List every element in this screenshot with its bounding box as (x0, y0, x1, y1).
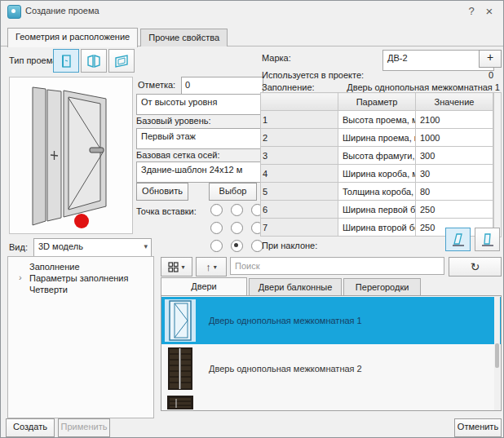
row-num: 5 (261, 183, 338, 201)
row-value[interactable]: 2100 (416, 111, 493, 129)
update-button[interactable]: Обновить (136, 183, 188, 201)
row-num: 6 (261, 201, 338, 219)
create-button[interactable]: Создать (6, 418, 55, 437)
titlebar: Создание проема ? × (1, 1, 503, 22)
row-num: 1 (261, 111, 338, 129)
apply-button[interactable]: Применить (58, 418, 110, 437)
wide-opening-icon (113, 53, 130, 69)
base-grid-label: Базовая сетка осей: (136, 150, 220, 160)
cancel-button[interactable]: Отменить (454, 418, 502, 437)
row-num: 7 (261, 219, 338, 237)
refresh-button[interactable]: ↻ (449, 257, 502, 277)
tilt-option-1-button[interactable] (445, 228, 471, 251)
insertion-point-radio-bottom-left[interactable] (210, 240, 223, 252)
refresh-icon: ↻ (471, 260, 480, 273)
window-title: Создание проема (25, 6, 99, 15)
scrollbar-thumb[interactable] (495, 343, 499, 368)
table-row[interactable]: 1 Высота проема, мм 2100 (261, 111, 493, 129)
library-tabstrip: Двери Двери балконные Перегородки Проемы… (161, 277, 503, 296)
elevation-label: Отметка: (138, 80, 175, 90)
row-param: Высота проема, мм (338, 111, 416, 129)
row-num: 2 (261, 129, 338, 147)
door-preview-panel (9, 77, 133, 234)
dialog-tabstrip: Геометрия и расположение Прочие свойства (1, 28, 503, 46)
door-2-thumbnail (165, 347, 196, 391)
tilt-label: При наклоне: (262, 241, 317, 250)
row-value[interactable]: 250 (416, 201, 493, 219)
tree-item-quarters[interactable]: Четверти (8, 284, 153, 295)
tab-geometry-placement[interactable]: Геометрия и расположение (7, 28, 138, 47)
row-value[interactable]: 300 (416, 147, 493, 165)
insertion-point-radio-mid-center[interactable] (231, 222, 243, 234)
insertion-point-radio-top-left[interactable] (210, 204, 223, 216)
insertion-point-radio-mid-left[interactable] (210, 222, 223, 234)
row-num: 3 (261, 147, 338, 165)
header-num (261, 93, 338, 111)
row-value[interactable]: 1000 (416, 129, 493, 147)
list-item-door-3-partial[interactable] (161, 393, 501, 409)
row-param: Ширина проема, мм (338, 129, 416, 147)
row-param: Ширина первой боковой панели, мм (338, 201, 416, 219)
tree-item-infill[interactable]: Заполнение (8, 261, 153, 272)
list-item-door-2[interactable]: Дверь однопольная межкомнатная 2 (161, 344, 501, 393)
view-label: Вид: (9, 242, 28, 252)
view-mode-splitbutton[interactable]: ▾ (161, 257, 192, 277)
list-scrollbar[interactable] (494, 296, 500, 410)
mark-combobox-value: ДВ-2 (387, 53, 408, 63)
expander-icon[interactable]: › (19, 272, 22, 282)
door-3d-preview (10, 77, 130, 232)
row-num: 4 (261, 165, 338, 183)
opening-type-double-button[interactable] (81, 49, 107, 73)
list-item-label: Дверь однопольная межкомнатная 2 (209, 364, 362, 374)
used-in-project-value: 0 (458, 70, 493, 80)
header-parameter: Параметр (338, 93, 416, 111)
insertion-point-radio-bottom-center[interactable] (231, 240, 243, 252)
tab-other-properties[interactable]: Прочие свойства (140, 29, 228, 46)
grid-view-icon (168, 262, 179, 272)
opening-type-wide-button[interactable] (108, 49, 135, 73)
base-level-combobox[interactable]: Первый этаж ▾ (136, 128, 276, 149)
elevation-mode-combobox[interactable]: От высоты уровня ▾ (136, 94, 276, 115)
table-row[interactable]: 4 Ширина короба, мм 30 (261, 165, 493, 183)
opening-type-single-button[interactable] (53, 49, 79, 73)
view-combobox-value: 3D модель (38, 241, 83, 251)
insertion-point-label: Точка вставки: (136, 206, 197, 216)
insertion-point-dot (74, 214, 89, 228)
single-door-icon (58, 53, 74, 69)
search-input[interactable] (230, 257, 444, 275)
double-door-icon (86, 53, 102, 69)
library-tab-partitions[interactable]: Перегородки (343, 278, 421, 297)
parameters-table: Параметр Значение 1 Высота проема, мм 21… (260, 92, 493, 237)
library-tab-doors[interactable]: Двери (161, 277, 247, 297)
list-item-label: Дверь однопольная межкомнатная 1 (209, 316, 362, 325)
row-param: Ширина второй боковой панели, мм (338, 219, 416, 237)
header-value: Значение (416, 93, 493, 111)
properties-tree: Заполнение › Параметры заполнения Четвер… (7, 256, 154, 418)
library-tab-balcony-doors[interactable]: Двери балконные (249, 278, 342, 297)
row-value[interactable]: 30 (416, 165, 493, 183)
insertion-point-radio-top-center[interactable] (231, 204, 243, 216)
list-item-door-1[interactable]: Дверь однопольная межкомнатная 1 (161, 297, 501, 344)
tree-item-infill-params[interactable]: › Параметры заполнения (8, 272, 153, 284)
door-1-thumbnail (165, 299, 196, 342)
base-level-label: Базовый уровень: (136, 116, 211, 126)
row-value[interactable]: 80 (416, 183, 493, 201)
tilt-option-2-button[interactable] (475, 228, 500, 251)
up-arrow-icon: ↑ (206, 261, 211, 273)
add-mark-button[interactable]: + (479, 50, 502, 68)
base-grid-combobox[interactable]: Здание-шаблон 24x12 м ▾ (136, 161, 276, 183)
select-button[interactable]: Выбор (209, 183, 257, 201)
library-list: Дверь однопольная межкомнатная 1 Дверь о… (161, 295, 502, 411)
sort-splitbutton[interactable]: ↑ ▾ (196, 257, 227, 277)
table-row[interactable]: 2 Ширина проема, мм 1000 (261, 129, 493, 147)
table-row[interactable]: 5 Толщина короба, мм 80 (261, 183, 493, 201)
table-row[interactable]: 6 Ширина первой боковой панели, мм 250 (261, 201, 493, 219)
table-header-row: Параметр Значение (261, 93, 493, 111)
infill-value: Дверь однопольная межкомнатная 1 (330, 82, 500, 92)
mark-combobox[interactable]: ДВ-2 ▾ (382, 50, 494, 71)
chevron-down-icon: ▾ (144, 241, 148, 252)
table-row[interactable]: 3 Высота фрамуги, мм 300 (261, 147, 493, 165)
help-button[interactable]: ? (464, 4, 479, 19)
close-button[interactable]: × (482, 4, 497, 19)
row-param: Толщина короба, мм (338, 183, 416, 201)
